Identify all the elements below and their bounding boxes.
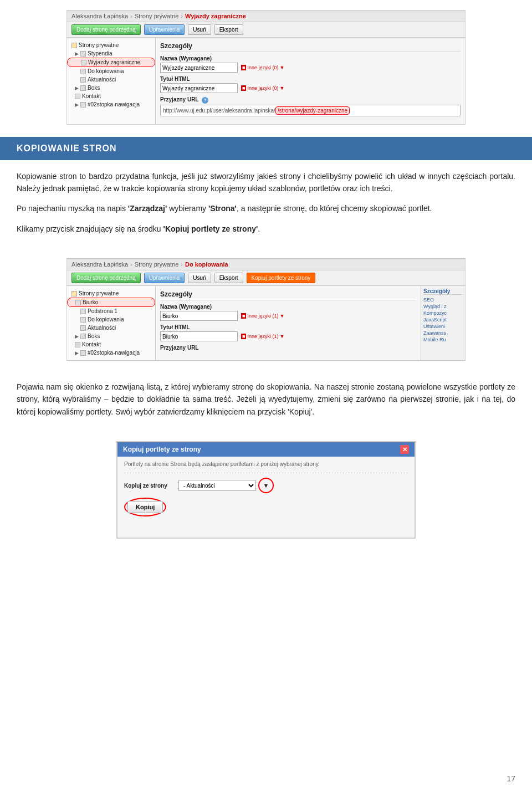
breadcrumb-part1: Aleksandra Łapińska (71, 13, 128, 19)
input-name1[interactable] (160, 63, 238, 73)
info-icon-1: ? (202, 97, 208, 104)
dialog-bottom-space (124, 516, 408, 533)
right-panel-javascript[interactable]: JavaScript (423, 317, 463, 323)
tree-root-label-1: Strony prywatne (79, 42, 119, 48)
cms-right-panel: Szczegóły SEO Wygląd i z Kompozyc JavaSc… (421, 286, 465, 360)
right-panel-mobileru[interactable]: Mobile Ru (423, 337, 463, 342)
field-label-name1: Nazwa (Wymagane) (160, 55, 461, 62)
right-panel-zaawanss[interactable]: Zaawanss (423, 330, 463, 336)
page-icon-st1 (80, 102, 86, 108)
dialog-submit-btn[interactable]: Kopiuj (127, 501, 163, 513)
breadcrumb-sep1: › (130, 13, 132, 19)
copy-portlets-btn[interactable]: Kopiuj portlety ze strony (247, 273, 316, 283)
tree-aktualnosci2[interactable]: Aktualności (67, 324, 155, 332)
breadcrumb-bottom: Aleksandra Łapińska › Strony prywatne › … (67, 259, 465, 270)
right-panel-title: Szczegóły (423, 288, 463, 295)
tree-label-st1: #02stopka-nawigacja (88, 101, 140, 108)
arrow-icon-2: ▶ (75, 85, 79, 91)
lang-btn-html1[interactable]: ■ Inne języki (0) ▼ (241, 85, 284, 91)
dialog-select[interactable]: - Aktualności (178, 480, 256, 491)
para3-before: Klikamy przycisk znajdujący się na środk… (17, 224, 163, 233)
details-section-title-1: Szczegóły (160, 42, 461, 52)
para2-bold2: 'Strona' (208, 204, 237, 213)
tree-stopka2[interactable]: ▶ #02stopka-nawigacja (67, 349, 155, 357)
dialog-divider (124, 473, 408, 473)
right-panel-kompozyc[interactable]: Kompozyc (423, 310, 463, 316)
arrow-icon-5: ▶ (75, 350, 79, 356)
tree-stopka1[interactable]: ▶ #02stopka-nawigacja (67, 100, 155, 109)
breadcrumb2-part3: Do kopiowania (185, 261, 228, 268)
tree-root-2: Strony prywatne (67, 289, 155, 298)
para2-after: , a następnie stronę, do której chcemy s… (237, 204, 432, 213)
field-input-htmltitle1: ■ Inne języki (0) ▼ (160, 83, 461, 93)
tree-label-stypendia: Stypendia (88, 50, 112, 57)
right-panel-seo[interactable]: SEO (423, 297, 463, 303)
tree-wyjazdy[interactable]: Wyjazdy zagraniczne (67, 58, 155, 67)
para4-text: Pojawia nam się okienko z rozwijaną list… (17, 382, 515, 416)
section-header-text: KOPIOWANIE STRON (17, 144, 116, 153)
field-input-name2: ■ Inne języki (1) ▼ (160, 311, 416, 321)
tree-podstrona1[interactable]: Podstrona 1 (67, 307, 155, 315)
section-header: KOPIOWANIE STRON (0, 137, 532, 160)
cms-sidebar-bottom: Strony prywatne Biurko Podstrona 1 Do ko… (67, 286, 156, 360)
field-label-htmltitle1: Tytuł HTML (160, 76, 461, 82)
para2-bold1: 'Zarządzaj' (128, 204, 167, 213)
tree-boks2[interactable]: ▶ Boks (67, 332, 155, 340)
url-label-text-2: Przyjazny URL (160, 345, 198, 351)
add-subpage-btn-1[interactable]: Dodaj stronę podrzędną (71, 24, 141, 35)
lang-icon-2: ■ (241, 85, 246, 91)
cms-body-bottom: Strony prywatne Biurko Podstrona 1 Do ko… (67, 286, 465, 360)
para1-text: Kopiowanie stron to bardzo przydatna fun… (17, 172, 515, 193)
tree-stypendia[interactable]: ▶ Stypendia (67, 49, 155, 58)
tree-kontakt2[interactable]: Kontakt (67, 340, 155, 349)
url-box-1: http://www.uj.edu.pl/user/aleksandra.lap… (160, 105, 461, 116)
tree-aktualnosci1[interactable]: Aktualności (67, 75, 155, 84)
export-btn-2[interactable]: Eksport (214, 273, 243, 283)
add-subpage-btn-2[interactable]: Dodaj stronę podrzędną (71, 273, 141, 283)
tree-label-kt1: Kontakt (82, 93, 101, 99)
permissions-btn-1[interactable]: Uprawnienia (144, 24, 185, 35)
tree-label-kt2: Kontakt (82, 341, 101, 347)
tree-label-dk2: Do kopiowania (88, 316, 124, 323)
cms-toolbar-top: Dodaj stronę podrzędną Uprawnienia Usuń … (67, 22, 465, 38)
details-section-title-2: Szczegóły (160, 290, 416, 300)
dialog-close-btn[interactable]: ✕ (400, 445, 409, 454)
permissions-btn-2[interactable]: Uprawnienia (144, 273, 185, 283)
cms-main-bottom: Szczegóły Nazwa (Wymagane) ■ Inne języki… (156, 286, 421, 360)
input-htmltitle1[interactable] (160, 83, 238, 93)
lang-btn-html2[interactable]: ■ Inne języki (1) ▼ (241, 334, 284, 339)
para3-bold: 'Kopiuj portlety ze strony' (163, 224, 258, 233)
dialog-title-text: Kopiuj portlety ze strony (123, 446, 201, 453)
breadcrumb2-part1: Aleksandra Łapińska (71, 261, 128, 268)
delete-btn-1[interactable]: Usuń (188, 24, 211, 35)
cms-toolbar-bottom: Dodaj stronę podrzędną Uprawnienia Usuń … (67, 270, 465, 286)
right-panel-wyglad[interactable]: Wygląd i z (423, 304, 463, 309)
cms-sidebar-top: Strony prywatne ▶ Stypendia Wyjazdy zagr… (67, 38, 156, 124)
tree-kontakt1[interactable]: Kontakt (67, 92, 155, 100)
page-icon-bk1 (80, 85, 86, 91)
input-name2[interactable] (160, 311, 238, 321)
delete-btn-2[interactable]: Usuń (188, 273, 211, 283)
lang-arrow-2: ▼ (279, 85, 284, 91)
field-row-url2: Przyjazny URL (160, 345, 416, 351)
lang-btn-name2[interactable]: ■ Inne języki (1) ▼ (241, 313, 284, 319)
breadcrumb-top: Aleksandra Łapińska › Strony prywatne › … (67, 11, 465, 22)
lang-btn-name1[interactable]: ■ Inne języki (0) ▼ (241, 65, 284, 70)
dialog-field-label: Kopiuj ze strony (124, 483, 174, 489)
dialog-screenshot: Kopiuj portlety ze strony ✕ Portlety na … (116, 441, 416, 539)
tree-dokopiowania2[interactable]: Do kopiowania (67, 315, 155, 324)
dropdown-btn-circle[interactable]: ▼ (258, 478, 274, 493)
input-htmltitle2[interactable] (160, 331, 238, 341)
submit-circle-wrapper[interactable]: Kopiuj (124, 498, 166, 516)
field-row-url1: Przyjazny URL ? http://www.uj.edu.pl/use… (160, 96, 461, 116)
tree-biurko[interactable]: Biurko (67, 298, 155, 307)
page-icon-kt1 (75, 94, 80, 99)
tree-dokopiowania1[interactable]: Do kopiowania (67, 67, 155, 75)
lang-arrow-1: ▼ (279, 65, 284, 70)
export-btn-1[interactable]: Eksport (214, 24, 243, 35)
paragraph-4: Pojawia nam się okienko z rozwijaną list… (17, 381, 515, 418)
page-icon-1 (80, 51, 86, 57)
right-panel-ustawieni[interactable]: Ustawieni (423, 324, 463, 329)
lang-text-1: Inne języki (0) (247, 65, 278, 70)
tree-boks1[interactable]: ▶ Boks (67, 84, 155, 92)
